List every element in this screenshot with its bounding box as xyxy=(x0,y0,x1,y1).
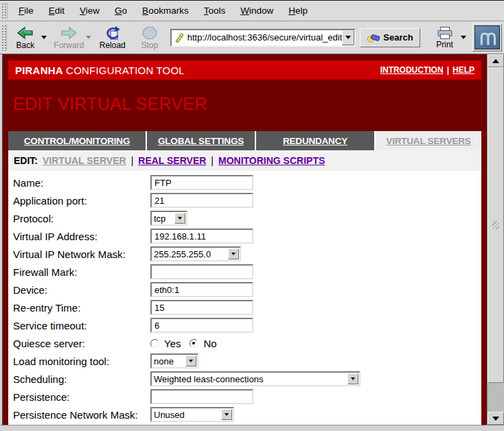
form-row-name: Name: xyxy=(13,175,481,190)
dropdown-arrow-icon xyxy=(347,373,358,384)
radio-label-no: No xyxy=(203,338,216,349)
selected-value: Weighted least-connections xyxy=(152,374,347,384)
persistence-input[interactable] xyxy=(150,389,253,404)
mozilla-m-icon xyxy=(474,25,500,49)
scroll-up-button[interactable] xyxy=(488,54,504,67)
print-dropdown-arrow[interactable] xyxy=(460,26,467,49)
scrollbar-thumb[interactable] xyxy=(488,67,504,383)
service-timeout-input[interactable] xyxy=(150,318,253,333)
back-icon xyxy=(16,25,35,40)
menu-file[interactable]: File xyxy=(11,3,41,19)
reload-icon xyxy=(104,25,122,40)
selected-value: Unused xyxy=(152,410,221,420)
monitoring-scripts-link[interactable]: MONITORING SCRIPTS xyxy=(218,155,325,166)
subnav-separator: | xyxy=(131,155,134,166)
stop-button[interactable]: Stop xyxy=(135,25,165,50)
form-row-device: Device: xyxy=(13,282,481,297)
persistence-mask-select[interactable]: Unused xyxy=(150,407,234,422)
stop-icon xyxy=(141,25,158,40)
scrollbar-trough[interactable] xyxy=(488,383,504,412)
url-bar: http://localhost:3636/secure/virtual_edi… xyxy=(170,29,356,47)
virtual-ip-mask-select[interactable]: 255.255.255.0 xyxy=(150,246,241,261)
piranha-page: PIRANHA CONFIGURATION TOOL INTRODUCTION … xyxy=(3,54,487,425)
search-label: Search xyxy=(383,32,413,43)
browser-window: File Edit View Go Bookmarks Tools Window… xyxy=(0,0,504,431)
tab-redundancy[interactable]: REDUNDANCY xyxy=(256,131,374,150)
menu-go[interactable]: Go xyxy=(107,3,135,19)
menu-view[interactable]: View xyxy=(72,3,107,19)
virtual-server-form: Name: Application port: Protocol: tcp xyxy=(8,171,481,425)
application-port-input[interactable] xyxy=(150,193,253,208)
form-row-virtual-ip: Virtual IP Address: xyxy=(13,229,481,244)
form-row-load-monitoring: Load monitoring tool: none xyxy=(13,353,481,369)
menu-bookmarks[interactable]: Bookmarks xyxy=(135,3,196,19)
reentry-time-input[interactable] xyxy=(150,300,253,315)
quiesce-yes-radio[interactable] xyxy=(150,339,159,348)
forward-dropdown-arrow[interactable] xyxy=(84,26,91,49)
reload-button[interactable]: Reload xyxy=(98,25,128,50)
menu-edit[interactable]: Edit xyxy=(41,3,72,19)
menu-help[interactable]: Help xyxy=(281,3,315,19)
selected-value: tcp xyxy=(152,213,174,224)
device-input[interactable] xyxy=(150,282,253,297)
piranha-header: PIRANHA CONFIGURATION TOOL INTRODUCTION … xyxy=(8,60,481,80)
brand-suffix: CONFIGURATION TOOL xyxy=(63,65,185,76)
back-dropdown-arrow[interactable] xyxy=(41,26,47,49)
scheduling-select[interactable]: Weighted least-connections xyxy=(150,371,360,386)
menu-tools[interactable]: Tools xyxy=(196,3,233,19)
field-label: Re-entry Time: xyxy=(13,302,150,314)
horizontal-scrollbar-strip[interactable] xyxy=(0,425,504,431)
field-label: Quiesce server: xyxy=(13,338,150,349)
print-button[interactable]: Print xyxy=(430,25,460,49)
url-history-dropdown[interactable] xyxy=(342,30,354,45)
reload-label: Reload xyxy=(100,41,126,49)
form-row-quiesce-server: Quiesce server: Yes No xyxy=(13,336,481,351)
url-input[interactable]: http://localhost:3636/secure/virtual_edi… xyxy=(185,32,342,43)
real-server-link[interactable]: REAL SERVER xyxy=(138,155,206,166)
print-icon xyxy=(436,26,454,40)
mozilla-logo-button[interactable] xyxy=(472,23,502,51)
quiesce-radio-group: Yes No xyxy=(150,338,221,349)
search-button[interactable]: Search xyxy=(360,28,420,47)
brand-name: PIRANHA xyxy=(15,65,63,76)
forward-label: Forward xyxy=(54,41,84,49)
chevron-down-icon xyxy=(86,36,91,39)
selected-value: 255.255.255.0 xyxy=(152,249,228,259)
content-row: PIRANHA CONFIGURATION TOOL INTRODUCTION … xyxy=(0,54,504,425)
form-row-application-port: Application port: xyxy=(13,193,481,208)
tab-global-settings[interactable]: GLOBAL SETTINGS xyxy=(147,131,255,150)
menubar-grip-handle[interactable] xyxy=(1,3,8,19)
chevron-down-icon xyxy=(345,36,351,39)
firewall-mark-input[interactable] xyxy=(150,264,253,279)
toolbar-grip-handle[interactable] xyxy=(1,25,7,51)
edit-subnav: EDIT: VIRTUAL SERVER | REAL SERVER | MON… xyxy=(8,150,481,171)
introduction-link[interactable]: INTRODUCTION xyxy=(380,65,444,75)
vertical-scrollbar xyxy=(487,54,504,425)
quiesce-no-radio[interactable] xyxy=(190,339,198,348)
field-label: Name: xyxy=(13,177,150,189)
help-link[interactable]: HELP xyxy=(453,65,474,75)
load-monitoring-select[interactable]: none xyxy=(150,353,198,369)
field-label: Persistence Network Mask: xyxy=(13,409,150,421)
virtual-server-link[interactable]: VIRTUAL SERVER xyxy=(43,155,126,166)
back-button[interactable]: Back xyxy=(10,25,41,50)
print-label: Print xyxy=(436,40,453,49)
dropdown-arrow-icon xyxy=(185,356,196,366)
form-row-firewall-mark: Firewall Mark: xyxy=(13,264,481,279)
virtual-ip-input[interactable] xyxy=(150,229,253,244)
menu-window[interactable]: Window xyxy=(233,3,281,19)
tab-virtual-servers[interactable]: VIRTUAL SERVERS xyxy=(376,131,481,150)
page-title: EDIT VIRTUAL SERVER xyxy=(13,94,481,114)
field-label: Scheduling: xyxy=(13,373,150,385)
main-tabs: CONTROL/MONITORING GLOBAL SETTINGS REDUN… xyxy=(8,131,481,150)
arrow-up-icon xyxy=(492,59,499,63)
field-label: Device: xyxy=(13,284,150,296)
forward-button[interactable]: Forward xyxy=(53,25,84,50)
stop-label: Stop xyxy=(141,41,158,49)
protocol-select[interactable]: tcp xyxy=(150,211,187,226)
subnav-separator: | xyxy=(211,155,214,166)
tab-control-monitoring[interactable]: CONTROL/MONITORING xyxy=(8,131,146,150)
name-input[interactable] xyxy=(150,175,253,190)
back-label: Back xyxy=(16,41,35,49)
scroll-down-button[interactable] xyxy=(488,412,504,425)
